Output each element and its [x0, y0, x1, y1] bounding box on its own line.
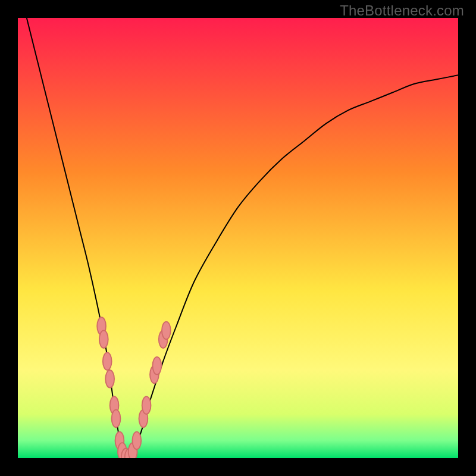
curve-marker	[162, 322, 171, 340]
curve-markers	[97, 317, 171, 458]
curve-marker	[105, 370, 114, 388]
watermark-text: TheBottleneck.com	[340, 2, 464, 19]
bottleneck-curve	[27, 18, 458, 458]
curve-marker	[99, 330, 108, 348]
curve-marker	[103, 352, 112, 370]
curve-marker	[142, 396, 151, 414]
curve-marker	[112, 410, 121, 428]
chart-svg	[18, 18, 458, 458]
curve-marker	[152, 357, 161, 375]
curve-marker	[132, 432, 141, 450]
plot-area	[18, 18, 458, 458]
outer-frame: TheBottleneck.com	[0, 0, 476, 476]
